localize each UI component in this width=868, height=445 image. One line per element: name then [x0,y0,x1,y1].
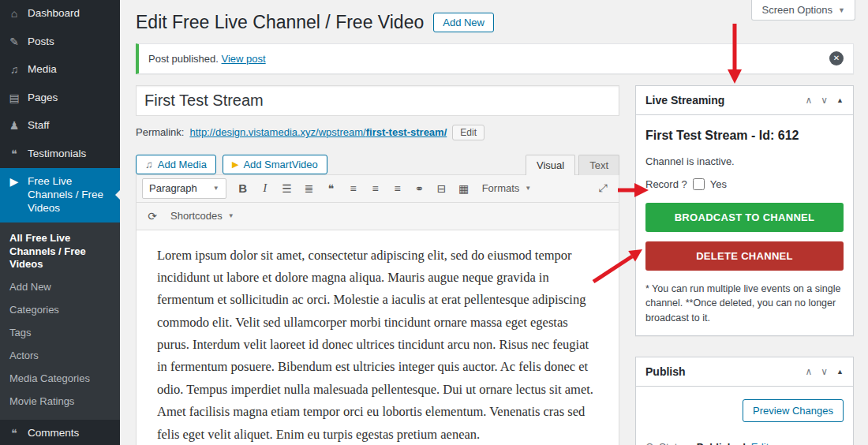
broadcast-to-channel-button[interactable]: BROADCAST TO CHANNEL [645,203,844,232]
editor-toolbar-row2: ⟳ Shortcodes ▼ [137,203,619,230]
tab-text[interactable]: Text [578,155,619,175]
shortcodes-dropdown[interactable]: Shortcodes ▼ [164,206,241,226]
align-left-icon[interactable]: ≡ [343,178,364,199]
publish-panel-body: Preview Changes ⚲ Status: Published Edit [636,387,853,445]
speech-bubble-icon: ❝ [8,148,21,162]
status-value: Published [697,441,746,445]
table-icon[interactable]: ▦ [454,178,474,199]
post-content[interactable]: Lorem ipsum dolor sit amet, consectetur … [137,230,619,445]
more-tag-icon[interactable]: ⊟ [432,178,452,199]
panel-controls: ∧ ∨ ▲ [805,366,844,377]
permalink-link[interactable]: http://design.vistamedia.xyz/wpstream/fi… [189,126,447,138]
admin-sidebar: ⌂ Dashboard ✎ Posts ♫ Media ▤ Pages ♟ St… [0,0,120,445]
submenu-item-categories[interactable]: Categories [0,299,120,322]
live-streaming-panel-title: Live Streaming [645,94,805,107]
italic-icon[interactable]: I [255,178,275,199]
media-icon: ♫ [145,159,153,170]
sidebar-item-posts[interactable]: ✎ Posts [0,28,120,57]
sidebar-item-comments[interactable]: ❝ Comments [0,420,120,445]
move-down-icon[interactable]: ∨ [821,366,828,377]
live-streaming-panel: Live Streaming ∧ ∨ ▲ First Test Stream -… [635,85,854,336]
submenu-item-all-channels[interactable]: All Free Live Channels / Free Videos [0,227,120,277]
pushpin-icon: ✎ [8,36,21,50]
pin-icon: ⚲ [645,441,653,445]
paragraph-dropdown-label: Paragraph [149,182,197,194]
view-post-link[interactable]: View post [222,53,266,65]
bold-icon[interactable]: B [233,178,253,199]
channel-note: * You can run multiple live events on a … [645,282,844,326]
chevron-down-icon: ▼ [838,6,845,14]
submenu-item-movie-ratings[interactable]: Movie Ratings [0,391,120,413]
collapse-toggle-icon[interactable]: ▲ [836,368,844,376]
permalink-base: http://design.vistamedia.xyz/wpstream/ [189,126,365,138]
live-streaming-panel-header[interactable]: Live Streaming ∧ ∨ ▲ [636,86,853,115]
fullscreen-icon[interactable]: ⤢ [593,178,613,199]
record-yes-label: Yes [710,178,727,190]
align-center-icon[interactable]: ≡ [365,178,386,199]
align-right-icon[interactable]: ≡ [387,178,408,199]
sidebar-item-pages[interactable]: ▤ Pages [0,84,120,113]
add-media-label: Add Media [158,159,207,170]
edit-status-link[interactable]: Edit [751,441,769,445]
meta-column: Live Streaming ∧ ∨ ▲ First Test Stream -… [635,85,854,445]
blockquote-icon[interactable]: ❝ [321,178,342,199]
chevron-down-icon: ▼ [525,185,531,192]
sidebar-item-media[interactable]: ♫ Media [0,56,120,84]
record-checkbox[interactable] [693,178,705,190]
sidebar-item-dashboard[interactable]: ⌂ Dashboard [0,0,120,28]
sidebar-item-testimonials[interactable]: ❝ Testimonials [0,140,120,169]
permalink-row: Permalink: http://design.vistamedia.xyz/… [136,125,619,140]
preview-changes-button[interactable]: Preview Changes [743,399,844,422]
panel-controls: ∧ ∨ ▲ [805,95,844,106]
sidebar-item-free-live-channels[interactable]: ▶ Free Live Channels / Free Videos [0,168,120,222]
formats-dropdown[interactable]: Formats ▼ [476,178,538,199]
sidebar-item-label: Posts [28,36,54,49]
submenu-item-media-categories[interactable]: Media Categories [0,368,120,391]
dismiss-notice-icon[interactable]: ✕ [829,51,844,65]
sidebar-item-label: Testimonials [28,148,86,161]
editor-mode-tabs: Visual Text [526,155,619,174]
move-up-icon[interactable]: ∧ [805,366,812,377]
sidebar-item-label: Pages [28,92,58,105]
delete-channel-button[interactable]: DELETE CHANNEL [645,241,844,271]
refresh-icon[interactable]: ⟳ [142,206,163,226]
collapse-toggle-icon[interactable]: ▲ [836,96,844,104]
add-smartvideo-label: Add SmartVideo [243,159,317,170]
publish-panel-header[interactable]: Publish ∧ ∨ ▲ [636,357,853,387]
chevron-down-icon: ▼ [228,212,234,219]
formats-dropdown-label: Formats [482,182,520,194]
bullet-list-icon[interactable]: ☰ [277,178,297,199]
chevron-down-icon: ▼ [213,185,219,192]
add-media-button[interactable]: ♫ Add Media [136,155,216,174]
move-down-icon[interactable]: ∨ [821,95,828,106]
channel-status: Channel is inactive. [645,155,844,167]
paragraph-dropdown[interactable]: Paragraph ▼ [142,178,226,199]
edit-permalink-button[interactable]: Edit [452,125,485,140]
sidebar-item-staff[interactable]: ♟ Staff [0,112,120,140]
edit-columns: Permalink: http://design.vistamedia.xyz/… [120,74,868,445]
add-new-button[interactable]: Add New [433,13,494,32]
submenu-item-add-new[interactable]: Add New [0,276,120,299]
record-label: Record ? [645,178,687,190]
submenu-item-tags[interactable]: Tags [0,322,120,345]
video-icon: ▶ [8,175,21,189]
play-icon: ▶ [232,159,238,170]
move-up-icon[interactable]: ∧ [805,95,812,106]
media-buttons-row: ♫ Add Media ▶ Add SmartVideo Visual Text [136,155,619,174]
sidebar-item-label: Comments [28,427,79,440]
permalink-label: Permalink: [136,126,184,138]
editor-toolbar-row1: Paragraph ▼ B I ☰ ≣ ❝ ≡ ≡ ≡ ⚭ ⊟ ▦ Format… [137,175,619,203]
post-title-input[interactable] [136,85,619,116]
numbered-list-icon[interactable]: ≣ [299,178,320,199]
sidebar-item-label: Dashboard [28,7,80,21]
add-smartvideo-button[interactable]: ▶ Add SmartVideo [223,155,327,174]
post-published-notice: Post published. View post ✕ [136,43,854,74]
tab-visual[interactable]: Visual [526,155,575,175]
status-label: Status: [659,441,690,445]
users-icon: ♟ [8,119,21,133]
screen-options-button[interactable]: Screen Options ▼ [751,0,855,21]
shortcodes-dropdown-label: Shortcodes [170,210,223,222]
submenu-item-actors[interactable]: Actors [0,345,120,368]
pages-icon: ▤ [8,92,21,106]
link-icon[interactable]: ⚭ [410,178,430,199]
